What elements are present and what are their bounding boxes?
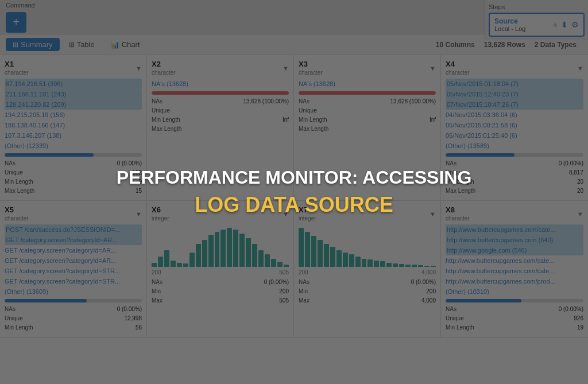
overlay-title: PERFORMANCE MONITOR: ACCESSING [117,167,472,188]
overlay-subtitle: LOG DATA SOURCE [195,193,393,217]
overlay: PERFORMANCE MONITOR: ACCESSING LOG DATA … [0,0,588,384]
